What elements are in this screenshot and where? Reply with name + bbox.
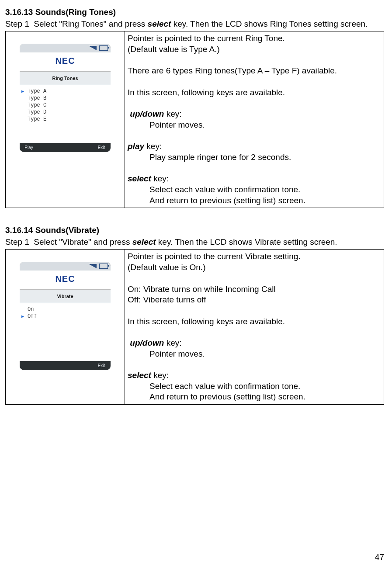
step-1-ringtones: Step 1 Select "Ring Tones" and press sel… bbox=[5, 19, 387, 30]
item-label: Type C bbox=[28, 102, 46, 109]
signal-icon bbox=[89, 264, 97, 268]
key-desc: Play sample ringer tone for 2 seconds. bbox=[128, 152, 381, 163]
desc-line: There are 6 types Ring tones(Type A – Ty… bbox=[128, 66, 381, 76]
step-text-a: Select "Ring Tones" and press bbox=[34, 19, 147, 28]
key-heading: up/down key: bbox=[128, 338, 381, 349]
key-heading: select key: bbox=[128, 370, 381, 381]
phone-statusbar bbox=[20, 44, 111, 52]
step-text-b: key. Then the LCD shows Vibrate setting … bbox=[156, 237, 337, 246]
softkey-right[interactable]: Exit bbox=[95, 145, 108, 150]
brand-text: NEC bbox=[55, 56, 75, 66]
list-item[interactable]: ▶Type A bbox=[21, 88, 109, 95]
phone-mock-ringtones: NEC Ring Tones ▶Type A Type B Type C Typ… bbox=[20, 44, 111, 152]
step-text: Select "Vibrate" and press select key. T… bbox=[34, 237, 337, 246]
select-key-name: select bbox=[128, 174, 151, 183]
key-desc: And return to previous (setting list) sc… bbox=[128, 392, 381, 402]
select-key-word: select bbox=[132, 237, 156, 246]
phone-brand: NEC bbox=[20, 52, 111, 71]
phone-cell-ringtones: NEC Ring Tones ▶Type A Type B Type C Typ… bbox=[6, 31, 125, 208]
play-key-name: play bbox=[128, 142, 144, 151]
figure-table-ringtones: NEC Ring Tones ▶Type A Type B Type C Typ… bbox=[5, 31, 384, 208]
phone-list-ringtones: ▶Type A Type B Type C Type D Type E bbox=[20, 85, 111, 143]
section-heading-vibrate: 3.16.14 Sounds(Vibrate) bbox=[5, 225, 387, 236]
item-label: Off bbox=[28, 313, 37, 320]
pointer-icon: ▶ bbox=[21, 314, 28, 319]
desc-cell-vibrate: Pointer is pointed to the current Vibrat… bbox=[125, 250, 384, 405]
softkey-right[interactable]: Exit bbox=[95, 363, 108, 368]
key-desc: Select each value with confirmation tone… bbox=[128, 184, 381, 195]
list-item[interactable]: Type B bbox=[21, 95, 109, 102]
battery-icon bbox=[99, 264, 108, 269]
updown-key-name: up/down bbox=[130, 338, 164, 347]
softkey-left[interactable] bbox=[22, 363, 35, 368]
select-key-name: select bbox=[128, 371, 151, 380]
list-item[interactable]: Type C bbox=[21, 102, 109, 109]
brand-text: NEC bbox=[55, 274, 75, 284]
key-desc: Select each value with confirmation tone… bbox=[128, 381, 381, 392]
item-label: Type E bbox=[28, 116, 46, 123]
step-text-b: key. Then the LCD shows Ring Tones setti… bbox=[171, 19, 368, 28]
item-label: Type A bbox=[28, 88, 46, 95]
step-label: Step 1 bbox=[5, 19, 31, 30]
desc-line: On: Vibrate turns on while Incoming Call bbox=[128, 284, 381, 295]
phone-softkeys: Play Exit bbox=[20, 143, 111, 152]
key-suffix: key: bbox=[164, 109, 181, 118]
step-label: Step 1 bbox=[5, 237, 31, 248]
phone-screen-title: Vibrate bbox=[20, 289, 111, 303]
key-suffix: key: bbox=[164, 338, 181, 347]
desc-cell-ringtones: Pointer is pointed to the current Ring T… bbox=[125, 31, 384, 208]
desc-line: In this screen, following keys are avail… bbox=[128, 87, 381, 98]
key-desc: Pointer moves. bbox=[128, 349, 381, 360]
key-suffix: key: bbox=[151, 174, 169, 183]
phone-brand: NEC bbox=[20, 271, 111, 289]
desc-line: In this screen, following keys are avail… bbox=[128, 316, 381, 327]
list-item[interactable]: Type D bbox=[21, 109, 109, 116]
item-label: On bbox=[28, 306, 34, 313]
key-suffix: key: bbox=[151, 371, 169, 380]
desc-line: Pointer is pointed to the current Vibrat… bbox=[128, 251, 381, 262]
key-suffix: key: bbox=[144, 142, 162, 151]
list-item[interactable]: On bbox=[21, 306, 109, 313]
battery-icon bbox=[99, 45, 108, 51]
phone-list-vibrate: On ▶Off bbox=[20, 303, 111, 361]
list-item[interactable]: ▶Off bbox=[21, 313, 109, 320]
item-label: Type B bbox=[28, 95, 46, 102]
desc-line: (Default value is On.) bbox=[128, 262, 381, 273]
phone-mock-vibrate: NEC Vibrate On ▶Off Exit bbox=[20, 262, 111, 370]
step-text-a: Select "Vibrate" and press bbox=[34, 237, 132, 246]
list-item[interactable]: Type E bbox=[21, 116, 109, 123]
signal-icon bbox=[89, 46, 97, 50]
phone-cell-vibrate: NEC Vibrate On ▶Off Exit bbox=[6, 250, 125, 405]
section-heading-ringtones: 3.16.13 Sounds(Ring Tones) bbox=[5, 7, 387, 18]
figure-table-vibrate: NEC Vibrate On ▶Off Exit Pointer is poin… bbox=[5, 249, 384, 405]
step-1-vibrate: Step 1 Select "Vibrate" and press select… bbox=[5, 237, 387, 248]
key-desc: And return to previous (setting list) sc… bbox=[128, 195, 381, 206]
step-text: Select "Ring Tones" and press select key… bbox=[34, 19, 368, 28]
key-desc: Pointer moves. bbox=[128, 120, 381, 131]
key-heading: up/down key: bbox=[128, 109, 381, 120]
softkey-left[interactable]: Play bbox=[22, 145, 35, 150]
pointer-icon: ▶ bbox=[21, 89, 28, 94]
desc-line: Off: Viberate turns off bbox=[128, 295, 381, 305]
key-heading: select key: bbox=[128, 173, 381, 184]
updown-key-name: up/down bbox=[130, 109, 164, 118]
select-key-word: select bbox=[148, 19, 171, 28]
phone-statusbar bbox=[20, 262, 111, 271]
desc-line: Pointer is pointed to the current Ring T… bbox=[128, 33, 381, 44]
phone-softkeys: Exit bbox=[20, 361, 111, 370]
desc-line: (Default value is Type A.) bbox=[128, 44, 381, 55]
item-label: Type D bbox=[28, 109, 46, 116]
phone-screen-title: Ring Tones bbox=[20, 71, 111, 85]
key-heading: play key: bbox=[128, 141, 381, 152]
